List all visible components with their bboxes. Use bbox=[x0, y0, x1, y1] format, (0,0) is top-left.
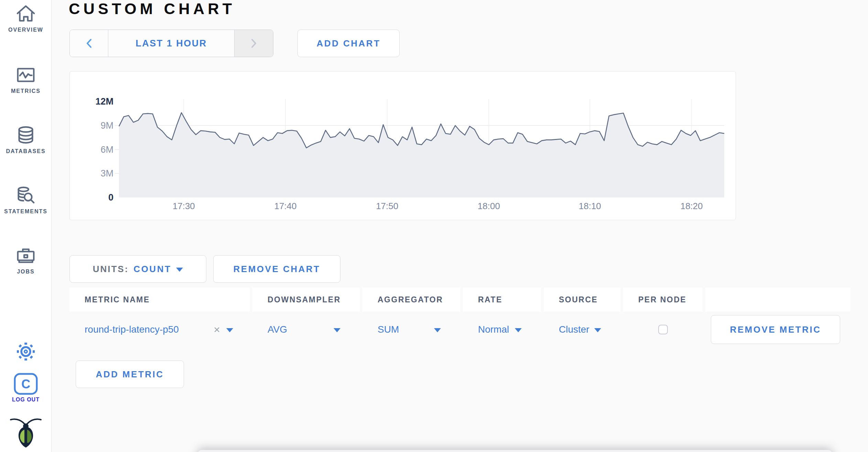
time-range-label: LAST 1 HOUR bbox=[135, 38, 207, 49]
units-value: COUNT bbox=[133, 264, 171, 275]
sidebar: OVERVIEW METRICS DATABASES bbox=[0, 0, 52, 452]
metrics-icon bbox=[15, 64, 37, 86]
custom-chart-page: OVERVIEW METRICS DATABASES bbox=[0, 0, 868, 452]
statements-icon bbox=[15, 184, 37, 206]
svg-text:6M: 6M bbox=[100, 144, 113, 155]
sidebar-item-label: METRICS bbox=[11, 88, 41, 94]
sidebar-item-settings[interactable] bbox=[0, 341, 52, 363]
column-header-downsampler: DOWNSAMPLER bbox=[252, 288, 360, 312]
svg-text:17:40: 17:40 bbox=[274, 201, 296, 211]
remove-chart-button[interactable]: REMOVE CHART bbox=[213, 255, 340, 283]
svg-text:C: C bbox=[21, 377, 30, 391]
briefcase-icon bbox=[15, 245, 37, 267]
column-header-aggregator: AGGREGATOR bbox=[362, 288, 460, 312]
sidebar-item-overview[interactable]: OVERVIEW bbox=[0, 3, 52, 33]
sidebar-item-databases[interactable]: DATABASES bbox=[0, 124, 52, 154]
svg-text:3M: 3M bbox=[100, 168, 113, 179]
sidebar-item-jobs[interactable]: JOBS bbox=[0, 245, 52, 275]
cockroach-c-icon: C bbox=[13, 373, 38, 395]
chevron-down-icon bbox=[594, 328, 601, 332]
downsampler-value: AVG bbox=[268, 324, 287, 335]
time-range-selector: LAST 1 HOUR bbox=[69, 30, 273, 57]
aggregator-dropdown[interactable]: SUM bbox=[362, 312, 460, 347]
add-metric-button[interactable]: ADD METRIC bbox=[76, 360, 184, 388]
gear-icon bbox=[15, 341, 37, 363]
chevron-down-icon bbox=[176, 268, 183, 272]
rate-dropdown[interactable]: Normal bbox=[463, 312, 541, 347]
column-header-metric-name: METRIC NAME bbox=[69, 288, 250, 312]
remove-metric-button[interactable]: REMOVE METRIC bbox=[711, 315, 840, 344]
logout-label: LOG OUT bbox=[12, 397, 40, 403]
svg-text:17:30: 17:30 bbox=[173, 201, 195, 211]
sidebar-item-label: OVERVIEW bbox=[8, 27, 43, 33]
database-icon bbox=[15, 124, 37, 146]
svg-text:18:20: 18:20 bbox=[680, 201, 703, 211]
units-dropdown[interactable]: UNITS: COUNT bbox=[69, 255, 206, 283]
svg-text:18:10: 18:10 bbox=[579, 201, 601, 211]
column-header-source: SOURCE bbox=[544, 288, 620, 312]
metric-name-dropdown[interactable]: round-trip-latency-p50 bbox=[85, 324, 179, 335]
chevron-down-icon[interactable] bbox=[226, 328, 233, 332]
svg-text:17:50: 17:50 bbox=[376, 201, 398, 211]
home-icon bbox=[15, 3, 37, 25]
source-dropdown[interactable]: Cluster bbox=[544, 312, 620, 347]
source-value: Cluster bbox=[559, 324, 589, 335]
sidebar-item-metrics[interactable]: METRICS bbox=[0, 64, 52, 94]
column-header-per-node: PER NODE bbox=[623, 288, 703, 312]
sidebar-item-statements[interactable]: STATEMENTS bbox=[0, 184, 52, 215]
chevron-down-icon bbox=[434, 328, 441, 332]
svg-text:0: 0 bbox=[108, 192, 113, 203]
page-title: CUSTOM CHART bbox=[69, 0, 235, 18]
svg-text:18:00: 18:00 bbox=[478, 201, 500, 211]
timeseries-chart[interactable]: 03M6M9M12M17:3017:4017:5018:0018:1018:20 bbox=[70, 72, 736, 220]
time-range-prev-button[interactable] bbox=[70, 30, 108, 57]
units-label: UNITS: bbox=[93, 264, 129, 275]
chevron-left-icon bbox=[85, 37, 94, 49]
svg-text:9M: 9M bbox=[100, 120, 113, 131]
cockroach-bug-icon bbox=[9, 414, 43, 448]
time-range-dropdown[interactable]: LAST 1 HOUR bbox=[108, 30, 234, 57]
sidebar-item-label: DATABASES bbox=[6, 148, 45, 154]
column-header-actions bbox=[705, 288, 850, 312]
remove-metric-cell: REMOVE METRIC bbox=[705, 312, 850, 347]
rate-value: Normal bbox=[478, 324, 509, 335]
cockroach-bug-logo bbox=[0, 414, 52, 448]
clear-metric-icon[interactable]: × bbox=[214, 324, 220, 335]
add-chart-button[interactable]: ADD CHART bbox=[297, 30, 400, 57]
downsampler-dropdown[interactable]: AVG bbox=[252, 312, 360, 347]
custom-chart-card: 03M6M9M12M17:3017:4017:5018:0018:1018:20 bbox=[69, 71, 736, 220]
chevron-right-icon bbox=[249, 37, 258, 49]
sidebar-item-label: STATEMENTS bbox=[4, 208, 47, 215]
sidebar-item-logout[interactable]: C LOG OUT bbox=[0, 373, 52, 403]
per-node-checkbox[interactable] bbox=[658, 325, 668, 334]
time-range-next-button[interactable] bbox=[234, 30, 273, 57]
column-header-rate: RATE bbox=[463, 288, 541, 312]
metrics-table: METRIC NAME DOWNSAMPLER AGGREGATOR RATE … bbox=[69, 288, 850, 347]
chevron-down-icon bbox=[515, 328, 522, 332]
per-node-cell bbox=[623, 312, 703, 347]
chevron-down-icon bbox=[334, 328, 340, 332]
next-chart-card-edge bbox=[198, 450, 832, 452]
sidebar-item-label: JOBS bbox=[17, 269, 35, 275]
aggregator-value: SUM bbox=[378, 324, 399, 335]
svg-text:12M: 12M bbox=[95, 96, 113, 107]
table-row-metric-name-cell: round-trip-latency-p50 × bbox=[69, 312, 250, 347]
